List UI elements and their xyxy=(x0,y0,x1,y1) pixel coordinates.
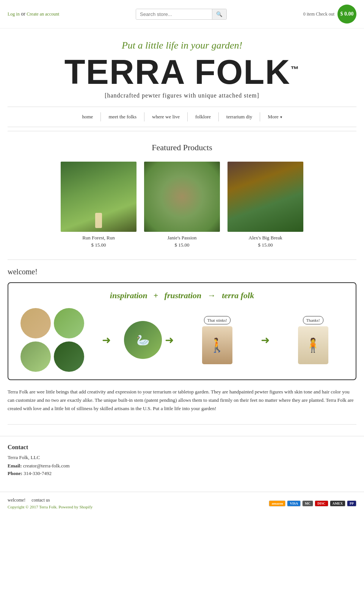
brand-logo: TERRA FOLK™ xyxy=(8,55,356,89)
result-figure-area: Thanks! 🧍 xyxy=(283,316,344,364)
nav-item-where-we-live[interactable]: where we live xyxy=(144,112,188,121)
cart-area: 0 item Check out $ 0.00 xyxy=(303,5,356,24)
login-separator: or xyxy=(21,11,27,17)
footer-bottom: welcome! contact us Copyright © 2017 Ter… xyxy=(0,492,364,514)
contact-phone: 314-330-7492 xyxy=(24,470,52,476)
result-figure: 🧍 xyxy=(298,326,328,364)
frustration-arrow: ➜ xyxy=(165,334,174,346)
product-image-2 xyxy=(144,162,220,232)
footer-divider xyxy=(8,424,356,425)
paypal-payment-icon: PP xyxy=(347,500,356,506)
footer-copyright: Copyright © 2017 Terra Folk. Powered by … xyxy=(8,505,93,509)
diagram-word-inspiration: inspiration xyxy=(110,291,147,300)
product-card[interactable]: Run Forest, Run $ 15.00 xyxy=(61,162,136,248)
diagram-formula: inspiration + frustration → terra folk xyxy=(16,291,348,300)
nav-item-folklore[interactable]: folklore xyxy=(188,112,219,121)
diagram-word-terrafolk: terra folk xyxy=(222,291,254,300)
inspiration-circle-4 xyxy=(54,341,84,372)
footer-link-welcome[interactable]: welcome! xyxy=(8,497,25,503)
contact-email: creator@terra-folk.com xyxy=(23,463,70,469)
cart-total-badge[interactable]: $ 0.00 xyxy=(337,5,356,24)
footer-links: welcome! contact us xyxy=(8,497,93,503)
trademark-symbol: ™ xyxy=(290,64,300,74)
diagram-arrow-symbol: → xyxy=(207,291,216,300)
speech-bubble-2: Thanks! xyxy=(303,316,323,324)
frustration-figure: 🚶 xyxy=(202,326,232,364)
product-price-3: $ 15.00 xyxy=(228,242,303,248)
diagram-images-row: ➜ 🦢 ➜ That stinks! 🚶 ➜ Thanks! 🧍 xyxy=(16,308,348,372)
header-login: Log in or Create an account xyxy=(8,11,59,17)
main-navigation: home meet the folks where we live folklo… xyxy=(8,107,356,127)
footer-link-contact[interactable]: contact us xyxy=(31,497,50,503)
cart-items-count: 0 item xyxy=(303,11,315,17)
product-name-1: Run Forest, Run xyxy=(61,235,136,241)
product-price-1: $ 15.00 xyxy=(61,242,136,248)
products-grid: Run Forest, Run $ 15.00 Janie's Passion … xyxy=(8,162,356,248)
welcome-description: Terra Folk are wee little beings that ad… xyxy=(8,388,356,413)
product-card[interactable]: Janie's Passion $ 15.00 xyxy=(144,162,220,248)
featured-products-section: Featured Products Run Forest, Run $ 15.0… xyxy=(0,131,364,260)
inspiration-circle-1 xyxy=(20,308,51,338)
phone-label: Phone: xyxy=(8,470,22,476)
search-input[interactable] xyxy=(136,9,212,19)
inspiration-circles xyxy=(20,308,89,372)
product-name-3: Alex's Big Break xyxy=(228,235,303,241)
inspiration-circle-3 xyxy=(20,341,51,372)
inspiration-circle-2 xyxy=(54,308,84,338)
speech-bubble-1: That stinks! xyxy=(204,316,231,324)
hero-section: Put a little life in your garden! TERRA … xyxy=(0,28,364,103)
nav-item-more[interactable]: More ▾ xyxy=(260,112,289,121)
hero-subtitle: [handcrafted pewter figures with unique … xyxy=(8,92,356,99)
contact-section: Contact Terra Folk, LLC Email: creator@t… xyxy=(0,436,364,484)
hero-tagline: Put a little life in your garden! xyxy=(8,40,356,51)
search-form: 🔍 xyxy=(136,9,227,20)
payment-icons: amazon VISA MC DISC AMEX PP xyxy=(269,500,356,506)
diagram-plus-sign: + xyxy=(154,291,158,300)
frustration-area: 🦢 ➜ xyxy=(124,321,174,359)
featured-title: Featured Products xyxy=(8,143,356,153)
frustration-figure-area: That stinks! 🚶 xyxy=(187,316,248,364)
email-label: Email: xyxy=(8,463,22,469)
welcome-diagram: inspiration + frustration → terra folk ➜… xyxy=(8,282,356,380)
mc-payment-icon: MC xyxy=(302,500,313,506)
contact-email-line: Email: creator@terra-folk.com xyxy=(8,463,356,469)
product-price-2: $ 15.00 xyxy=(144,242,220,248)
login-link[interactable]: Log in xyxy=(8,11,20,17)
welcome-section: welcome! inspiration + frustration → ter… xyxy=(0,260,364,424)
site-header: Log in or Create an account 🔍 0 item Che… xyxy=(0,0,364,28)
product-image-1 xyxy=(61,162,136,232)
center-circle: 🦢 xyxy=(124,321,162,359)
visa-payment-icon: VISA xyxy=(287,500,301,506)
nav-item-home[interactable]: home xyxy=(74,112,101,121)
amazon-payment-icon: amazon xyxy=(269,500,286,506)
contact-title: Contact xyxy=(8,444,356,451)
product-name-2: Janie's Passion xyxy=(144,235,220,241)
contact-phone-line: Phone: 314-330-7492 xyxy=(8,470,356,477)
product-card[interactable]: Alex's Big Break $ 15.00 xyxy=(228,162,303,248)
cart-checkout-label: Check out xyxy=(316,11,334,17)
amex-payment-icon: AMEX xyxy=(330,500,346,506)
chevron-down-icon: ▾ xyxy=(280,115,282,119)
discover-payment-icon: DISC xyxy=(315,500,328,506)
nav-item-terrarium-diy[interactable]: terrarium diy xyxy=(219,112,260,121)
create-account-link[interactable]: Create an account xyxy=(27,11,59,17)
diagram-word-frustration: frustration xyxy=(164,291,201,300)
diagram-center-arrow: ➜ xyxy=(102,334,111,346)
nav-item-meet-the-folks[interactable]: meet the folks xyxy=(101,112,144,121)
product-image-3 xyxy=(228,162,303,232)
welcome-title: welcome! xyxy=(8,267,356,276)
search-button[interactable]: 🔍 xyxy=(212,9,226,19)
footer-left: welcome! contact us Copyright © 2017 Ter… xyxy=(8,497,93,509)
result-arrow: ➜ xyxy=(261,334,270,346)
contact-company: Terra Folk, LLC xyxy=(8,455,356,461)
cart-info: 0 item Check out xyxy=(303,11,334,17)
